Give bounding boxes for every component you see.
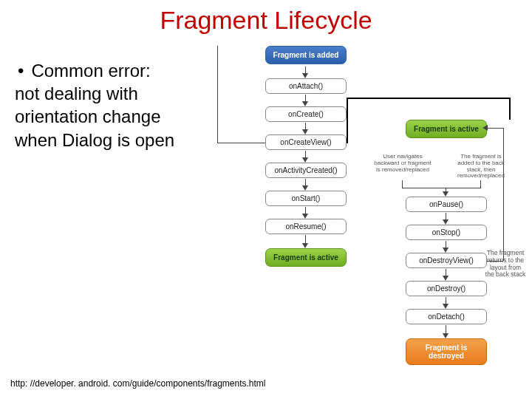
bullet-dot-icon: • — [18, 59, 24, 82]
state-fragment-active-left: Fragment is active — [265, 248, 347, 267]
bullet-body: not dealing with orientation change when… — [15, 82, 200, 151]
state-fragment-active-right: Fragment is active — [406, 120, 487, 138]
node-onactivitycreated: onActivityCreated() — [265, 163, 347, 178]
lifecycle-diagram: Fragment is added onAttach() onCreate() … — [217, 46, 528, 393]
page-title: Fragment Lifecycle — [0, 0, 532, 35]
node-onattach: onAttach() — [265, 78, 347, 94]
node-ondestroy: onDestroy() — [406, 281, 487, 296]
node-ondetach: onDetach() — [406, 309, 487, 324]
bullet-lead: Common error: — [31, 59, 150, 82]
bullet-text-block: • Common error: not dealing with orienta… — [15, 59, 200, 151]
node-onpause: onPause() — [406, 197, 487, 212]
node-onstop: onStop() — [406, 225, 487, 240]
node-oncreate: onCreate() — [265, 106, 347, 122]
node-oncreateview: onCreateView() — [265, 134, 347, 150]
node-onstart: onStart() — [265, 191, 347, 206]
note-backstack-added: The fragment is added to the back stack,… — [452, 154, 510, 180]
note-user-navigates: User navigates backward or fragment is r… — [374, 154, 432, 173]
state-fragment-added: Fragment is added — [265, 46, 347, 64]
node-onresume: onResume() — [265, 219, 347, 234]
state-fragment-destroyed: Fragment is destroyed — [406, 338, 487, 365]
node-ondestroyview: onDestroyView() — [406, 253, 487, 268]
note-return-layout: The fragment returns to the layout from … — [485, 250, 526, 279]
